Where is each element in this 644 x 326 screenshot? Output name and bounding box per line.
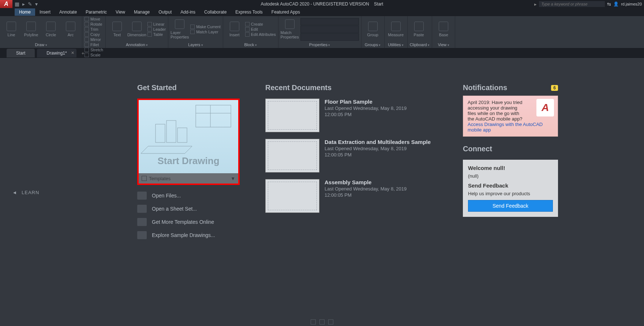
- gs-link-explore-sample-drawings-[interactable]: Explore Sample Drawings...: [137, 231, 243, 239]
- user-icon[interactable]: 👤: [613, 1, 619, 7]
- qat-save-icon[interactable]: ✎: [28, 1, 32, 7]
- menu-tab-insert[interactable]: Insert: [35, 8, 55, 16]
- ribbon-mini-scale[interactable]: Scale: [85, 53, 103, 57]
- notifications-heading: Notifications: [463, 84, 507, 92]
- panel-title-clipboard[interactable]: Clipboard: [410, 42, 430, 48]
- feedback-head: Send Feedback: [468, 182, 553, 189]
- ribbon-btn-dimension[interactable]: Dimension: [128, 22, 146, 37]
- detail-view-icon[interactable]: [328, 319, 333, 325]
- menu-tab-parametric[interactable]: Parametric: [81, 8, 111, 16]
- search-arrow-icon[interactable]: ▸: [534, 1, 537, 7]
- template-icon: [142, 176, 147, 181]
- ribbon-mini-linear[interactable]: Linear: [147, 22, 166, 26]
- ribbon-btn-group[interactable]: Group: [364, 22, 382, 37]
- ribbon-btn-paste[interactable]: Paste: [410, 22, 428, 37]
- panel-title-annotation[interactable]: Annotation: [108, 42, 166, 48]
- ribbon-btn-match-properties[interactable]: Match Properties: [281, 19, 299, 39]
- ribbon-btn-circle[interactable]: Circle: [42, 22, 60, 37]
- ribbon-mini-trim[interactable]: Trim: [85, 27, 103, 32]
- file-icon: [137, 192, 147, 200]
- menu-tab-output[interactable]: Output: [154, 8, 176, 16]
- recent-item[interactable]: Floor Plan SampleLast Opened Wednesday, …: [265, 99, 441, 132]
- menu-tab-express-tools[interactable]: Express Tools: [231, 8, 267, 16]
- panel-title-view[interactable]: View: [434, 42, 453, 48]
- ribbon-panel-view: BaseView: [432, 16, 455, 48]
- svg-rect-5: [177, 128, 187, 142]
- panel-title-block[interactable]: Block: [225, 42, 276, 48]
- get-started-column: Get Started Start Dra: [137, 84, 243, 239]
- menu-tab-add-ins[interactable]: Add-ins: [176, 8, 200, 16]
- panel-title-draw[interactable]: Draw: [2, 42, 80, 48]
- gs-link-get-more-templates-online[interactable]: Get More Templates Online: [137, 218, 243, 226]
- menu-tab-featured-apps[interactable]: Featured Apps: [267, 8, 304, 16]
- panel-title-layers[interactable]: Layers: [171, 42, 221, 48]
- ribbon-btn-measure[interactable]: Measure: [387, 22, 405, 37]
- file-icon: [137, 231, 147, 239]
- doc-tab-start[interactable]: Start: [7, 49, 35, 58]
- menu-tab-collaborate[interactable]: Collaborate: [200, 8, 231, 16]
- recent-item[interactable]: Assembly SampleLast Opened Wednesday, Ma…: [265, 179, 441, 213]
- qat-saveas-icon[interactable]: ▾: [35, 1, 38, 7]
- qat-open-icon[interactable]: ▸: [22, 1, 25, 7]
- recent-item[interactable]: Data Extraction and Multileaders SampleL…: [265, 139, 441, 173]
- properties-combo-2[interactable]: [300, 33, 359, 41]
- ribbon-btn-text[interactable]: Text: [108, 22, 126, 37]
- templates-dropdown[interactable]: Templates ▼: [139, 173, 238, 184]
- grid-view-icon[interactable]: [319, 319, 325, 325]
- add-tab-button[interactable]: +: [79, 49, 87, 58]
- svg-marker-6: [141, 146, 192, 153]
- recent-thumbnail[interactable]: [265, 139, 319, 173]
- ribbon-mini-mirror[interactable]: Mirror: [85, 37, 103, 42]
- properties-combo-0[interactable]: [300, 18, 359, 25]
- gs-link-open-files-[interactable]: Open Files...: [137, 192, 243, 200]
- ribbon-mini-match-layer[interactable]: Match Layer: [190, 30, 221, 34]
- ribbon-mini-edit[interactable]: Edit: [245, 27, 276, 32]
- ribbon-mini-create[interactable]: Create: [245, 22, 276, 26]
- panel-title-utilities[interactable]: Utilities: [387, 42, 405, 48]
- ribbon-btn-base[interactable]: Base: [434, 22, 453, 37]
- recent-thumbnail[interactable]: [265, 99, 319, 132]
- username-label[interactable]: rd.jaimes20: [621, 2, 642, 6]
- ribbon-mini-table[interactable]: Table: [147, 32, 166, 37]
- notifications-badge[interactable]: 6: [551, 85, 558, 91]
- ribbon-btn-arc[interactable]: Arc: [61, 22, 80, 37]
- ribbon-mini-make-current[interactable]: Make Current: [190, 25, 221, 29]
- ribbon-mini-leader[interactable]: Leader: [147, 27, 166, 32]
- menu-tab-annotate[interactable]: Annotate: [55, 8, 81, 16]
- panel-title-properties[interactable]: Properties: [281, 42, 359, 48]
- recent-time: 12:00:05 PM: [325, 152, 431, 158]
- ribbon-btn-layer-properties[interactable]: Layer Properties: [171, 19, 189, 39]
- menu-tab-view[interactable]: View: [111, 8, 130, 16]
- ribbon-mini-stretch[interactable]: Stretch: [85, 48, 103, 52]
- svg-rect-3: [156, 124, 165, 142]
- list-view-icon[interactable]: [311, 319, 316, 325]
- menu-tab-manage[interactable]: Manage: [130, 8, 154, 16]
- learn-toggle[interactable]: ◀ LEARN: [13, 190, 39, 195]
- ribbon-btn-polyline[interactable]: Polyline: [22, 22, 40, 37]
- ribbon-mini-rotate[interactable]: Rotate: [85, 22, 103, 26]
- ribbon-mini-copy[interactable]: Copy: [85, 32, 103, 37]
- app-logo[interactable]: A: [0, 0, 12, 8]
- ribbon-btn-insert[interactable]: Insert: [225, 22, 244, 37]
- qat-new-icon[interactable]: ▦: [15, 1, 19, 7]
- ribbon-mini-edit-attributes[interactable]: Edit Attributes: [245, 32, 276, 37]
- doc-tab-drawing1-[interactable]: Drawing1*✕: [37, 49, 76, 58]
- send-feedback-button[interactable]: Send Feedback: [468, 200, 553, 212]
- signin-icon[interactable]: ⇆: [607, 1, 611, 7]
- ribbon-mini-fillet[interactable]: Fillet: [85, 42, 103, 47]
- gs-link-open-a-sheet-set-[interactable]: Open a Sheet Set...: [137, 205, 243, 213]
- ribbon-mini-move[interactable]: Move: [85, 17, 103, 21]
- notification-card: A April 2019: Have you tried accessing y…: [463, 96, 558, 137]
- close-icon[interactable]: ✕: [71, 51, 74, 55]
- recent-thumbnail[interactable]: [265, 179, 319, 213]
- recent-time: 12:00:05 PM: [325, 112, 407, 117]
- search-input[interactable]: [539, 1, 605, 7]
- window-title: Autodesk AutoCAD 2020 - UNREGISTERED VER…: [261, 1, 383, 7]
- start-drawing-button[interactable]: Start Drawing: [139, 100, 238, 173]
- ribbon-btn-line[interactable]: Line: [2, 22, 20, 37]
- autocad-logo-icon: A: [536, 99, 554, 116]
- notification-link[interactable]: Access Drawings with the AutoCAD mobile …: [468, 122, 553, 133]
- properties-combo-1[interactable]: [300, 26, 359, 33]
- menu-tab-home[interactable]: Home: [15, 8, 35, 16]
- panel-title-groups[interactable]: Groups: [364, 42, 382, 48]
